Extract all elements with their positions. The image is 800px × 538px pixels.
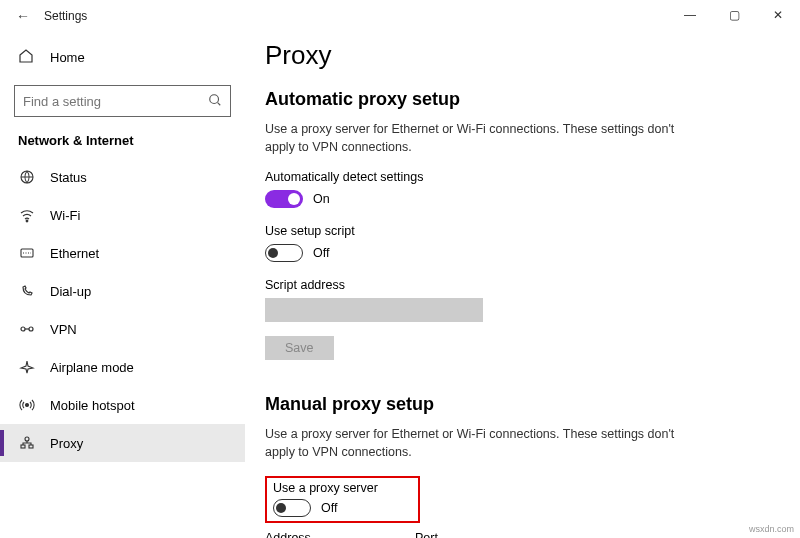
- svg-point-5: [29, 327, 33, 331]
- use-proxy-label: Use a proxy server: [273, 481, 378, 495]
- maximize-button[interactable]: ▢: [712, 0, 756, 30]
- auto-detect-state: On: [313, 192, 330, 206]
- auto-setup-heading: Automatic proxy setup: [265, 89, 780, 110]
- proxy-icon: [18, 435, 36, 451]
- script-address-label: Script address: [265, 278, 780, 292]
- sidebar-item-label: Proxy: [50, 436, 83, 451]
- back-button[interactable]: ←: [16, 8, 30, 24]
- sidebar-item-label: Ethernet: [50, 246, 99, 261]
- script-address-input[interactable]: [265, 298, 483, 322]
- page-title: Proxy: [265, 40, 780, 71]
- app-title: Settings: [44, 9, 87, 23]
- sidebar: Home Network & Internet Status Wi-Fi Eth…: [0, 32, 245, 538]
- use-proxy-state: Off: [321, 501, 337, 515]
- sidebar-item-label: Dial-up: [50, 284, 91, 299]
- search-icon: [208, 93, 222, 110]
- use-proxy-toggle[interactable]: [273, 499, 311, 517]
- home-icon: [18, 48, 36, 67]
- search-box[interactable]: [14, 85, 231, 117]
- minimize-button[interactable]: —: [668, 0, 712, 30]
- manual-setup-desc: Use a proxy server for Ethernet or Wi-Fi…: [265, 425, 685, 461]
- setup-script-state: Off: [313, 246, 329, 260]
- sidebar-item-hotspot[interactable]: Mobile hotspot: [0, 386, 245, 424]
- close-button[interactable]: ✕: [756, 0, 800, 30]
- hotspot-icon: [18, 397, 36, 413]
- auto-detect-label: Automatically detect settings: [265, 170, 780, 184]
- wifi-icon: [18, 207, 36, 223]
- content: Proxy Automatic proxy setup Use a proxy …: [245, 32, 800, 538]
- sidebar-item-wifi[interactable]: Wi-Fi: [0, 196, 245, 234]
- svg-point-4: [21, 327, 25, 331]
- setup-script-label: Use setup script: [265, 224, 780, 238]
- svg-rect-8: [21, 445, 25, 448]
- manual-setup-heading: Manual proxy setup: [265, 394, 780, 415]
- svg-point-0: [210, 94, 219, 103]
- sidebar-item-vpn[interactable]: VPN: [0, 310, 245, 348]
- svg-point-6: [26, 404, 29, 407]
- search-input[interactable]: [23, 94, 183, 109]
- sidebar-item-status[interactable]: Status: [0, 158, 245, 196]
- sidebar-item-label: Status: [50, 170, 87, 185]
- sidebar-home-label: Home: [50, 50, 85, 65]
- port-label: Port: [415, 531, 438, 539]
- setup-script-toggle[interactable]: [265, 244, 303, 262]
- sidebar-item-label: Mobile hotspot: [50, 398, 135, 413]
- sidebar-item-label: Airplane mode: [50, 360, 134, 375]
- sidebar-item-dialup[interactable]: Dial-up: [0, 272, 245, 310]
- vpn-icon: [18, 321, 36, 337]
- sidebar-item-ethernet[interactable]: Ethernet: [0, 234, 245, 272]
- svg-point-2: [26, 220, 28, 222]
- svg-rect-9: [29, 445, 33, 448]
- use-proxy-highlight: Use a proxy server Off: [265, 476, 420, 523]
- watermark: wsxdn.com: [749, 524, 794, 534]
- auto-detect-toggle[interactable]: [265, 190, 303, 208]
- address-label: Address: [265, 531, 395, 539]
- sidebar-section-header: Network & Internet: [0, 133, 245, 158]
- airplane-icon: [18, 359, 36, 375]
- svg-rect-3: [21, 249, 33, 257]
- sidebar-home[interactable]: Home: [0, 42, 245, 73]
- sidebar-item-label: VPN: [50, 322, 77, 337]
- save-button[interactable]: Save: [265, 336, 334, 360]
- dialup-icon: [18, 283, 36, 299]
- sidebar-item-proxy[interactable]: Proxy: [0, 424, 245, 462]
- svg-point-7: [25, 437, 29, 441]
- ethernet-icon: [18, 245, 36, 261]
- auto-setup-desc: Use a proxy server for Ethernet or Wi-Fi…: [265, 120, 685, 156]
- status-icon: [18, 169, 36, 185]
- sidebar-item-airplane[interactable]: Airplane mode: [0, 348, 245, 386]
- window-controls: — ▢ ✕: [668, 0, 800, 30]
- sidebar-item-label: Wi-Fi: [50, 208, 80, 223]
